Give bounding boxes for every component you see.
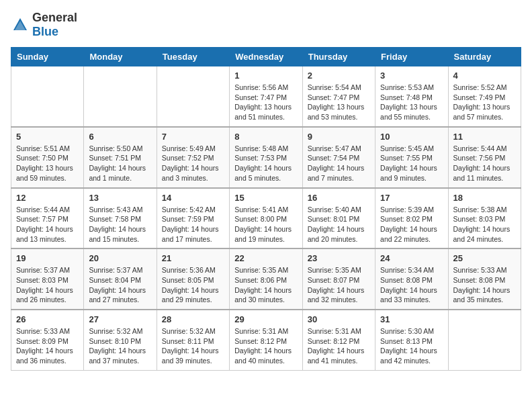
calendar-cell: 31Sunrise: 5:30 AMSunset: 8:13 PMDayligh… [375, 310, 448, 370]
day-number: 21 [162, 253, 224, 263]
calendar-cell: 1Sunrise: 5:56 AMSunset: 7:47 PMDaylight… [230, 66, 302, 127]
calendar-cell: 22Sunrise: 5:35 AMSunset: 8:06 PMDayligh… [230, 248, 302, 310]
day-number: 26 [16, 314, 79, 324]
calendar-cell: 28Sunrise: 5:32 AMSunset: 8:11 PMDayligh… [157, 310, 229, 370]
day-info-line: Daylight: 14 hours [89, 163, 151, 173]
week-row-2: 5Sunrise: 5:51 AMSunset: 7:50 PMDaylight… [11, 127, 521, 188]
calendar-cell: 29Sunrise: 5:31 AMSunset: 8:12 PMDayligh… [230, 310, 302, 370]
day-info-line: Daylight: 14 hours [162, 224, 224, 234]
day-info-line: Sunset: 8:05 PM [162, 275, 224, 285]
day-info-line: Sunset: 8:04 PM [89, 275, 151, 285]
day-info-line: Sunset: 7:59 PM [162, 214, 224, 224]
day-info-line: Daylight: 14 hours [234, 224, 297, 234]
calendar-cell: 2Sunrise: 5:54 AMSunset: 7:47 PMDaylight… [302, 66, 375, 127]
day-number: 27 [89, 314, 151, 324]
calendar-cell: 3Sunrise: 5:53 AMSunset: 7:48 PMDaylight… [375, 66, 448, 127]
calendar-cell: 26Sunrise: 5:33 AMSunset: 8:09 PMDayligh… [11, 310, 84, 370]
day-info-line: Daylight: 14 hours [380, 285, 443, 295]
calendar-cell: 30Sunrise: 5:31 AMSunset: 8:12 PMDayligh… [302, 310, 375, 370]
day-info-line: Sunset: 7:53 PM [234, 153, 297, 163]
day-info-line: Sunrise: 5:31 AM [308, 326, 370, 336]
calendar-cell: 19Sunrise: 5:37 AMSunset: 8:03 PMDayligh… [11, 248, 84, 310]
day-number: 4 [453, 71, 516, 81]
day-number: 2 [308, 71, 370, 81]
day-header-thursday: Thursday [302, 48, 375, 66]
day-info-line: Sunset: 8:03 PM [453, 214, 516, 224]
day-info-line: Sunrise: 5:49 AM [162, 144, 224, 154]
day-number: 19 [16, 253, 79, 263]
day-info-line: Daylight: 14 hours [453, 163, 516, 173]
day-info-line: Sunset: 8:03 PM [16, 275, 79, 285]
day-info-line: Daylight: 14 hours [89, 224, 151, 234]
day-info-line: Sunset: 7:58 PM [89, 214, 151, 224]
day-info-line: and 29 minutes. [162, 295, 224, 305]
day-info-line: Sunrise: 5:30 AM [380, 326, 443, 336]
day-info-line: Daylight: 14 hours [162, 163, 224, 173]
day-info-line: Sunset: 8:08 PM [453, 275, 516, 285]
calendar-cell: 9Sunrise: 5:47 AMSunset: 7:54 PMDaylight… [302, 127, 375, 188]
day-header-sunday: Sunday [11, 48, 84, 66]
day-number: 18 [453, 193, 516, 203]
day-info-line: Sunset: 8:06 PM [234, 275, 297, 285]
day-info-line: Sunrise: 5:32 AM [89, 326, 151, 336]
day-number: 15 [234, 193, 297, 203]
day-info-line: Sunrise: 5:35 AM [308, 265, 370, 275]
week-row-1: 1Sunrise: 5:56 AMSunset: 7:47 PMDaylight… [11, 66, 521, 127]
day-info-line: and 59 minutes. [16, 173, 79, 183]
day-info-line: Daylight: 14 hours [89, 285, 151, 295]
day-info-line: Daylight: 14 hours [308, 224, 370, 234]
day-info-line: Daylight: 13 hours [453, 102, 516, 112]
week-row-4: 19Sunrise: 5:37 AMSunset: 8:03 PMDayligh… [11, 248, 521, 310]
day-info-line: Sunset: 7:47 PM [234, 93, 297, 103]
day-info-line: Sunrise: 5:40 AM [308, 205, 370, 215]
day-info-line: and 5 minutes. [234, 173, 297, 183]
day-number: 20 [89, 253, 151, 263]
day-info-line: and 27 minutes. [89, 295, 151, 305]
day-header-friday: Friday [375, 48, 448, 66]
calendar-cell: 6Sunrise: 5:50 AMSunset: 7:51 PMDaylight… [84, 127, 157, 188]
day-info-line: Sunrise: 5:42 AM [162, 205, 224, 215]
day-info-line: Sunrise: 5:48 AM [234, 144, 297, 154]
day-header-saturday: Saturday [448, 48, 521, 66]
calendar-cell: 15Sunrise: 5:41 AMSunset: 8:00 PMDayligh… [230, 188, 302, 249]
day-header-tuesday: Tuesday [157, 48, 229, 66]
week-row-5: 26Sunrise: 5:33 AMSunset: 8:09 PMDayligh… [11, 310, 521, 370]
day-info-line: and 33 minutes. [380, 295, 443, 305]
day-number: 28 [162, 314, 224, 324]
day-info-line: Daylight: 14 hours [162, 285, 224, 295]
calendar-cell: 11Sunrise: 5:44 AMSunset: 7:56 PMDayligh… [448, 127, 521, 188]
day-info-line: and 36 minutes. [16, 356, 79, 366]
day-info-line: Daylight: 14 hours [380, 163, 443, 173]
calendar-cell: 12Sunrise: 5:44 AMSunset: 7:57 PMDayligh… [11, 188, 84, 249]
day-info-line: and 32 minutes. [308, 295, 370, 305]
day-number: 7 [162, 132, 224, 142]
day-info-line: Sunset: 7:50 PM [16, 153, 79, 163]
calendar-cell: 10Sunrise: 5:45 AMSunset: 7:55 PMDayligh… [375, 127, 448, 188]
day-info-line: Sunrise: 5:45 AM [380, 144, 443, 154]
calendar-cell: 4Sunrise: 5:52 AMSunset: 7:49 PMDaylight… [448, 66, 521, 127]
calendar-cell [84, 66, 157, 127]
day-info-line: Sunset: 8:11 PM [162, 336, 224, 347]
day-info-line: and 9 minutes. [380, 173, 443, 183]
day-info-line: and 17 minutes. [162, 234, 224, 244]
day-info-line: Sunset: 8:07 PM [308, 275, 370, 285]
day-info-line: and 15 minutes. [89, 234, 151, 244]
calendar-cell: 24Sunrise: 5:34 AMSunset: 8:08 PMDayligh… [375, 248, 448, 310]
day-info-line: and 3 minutes. [162, 173, 224, 183]
day-info-line: Sunset: 7:56 PM [453, 153, 516, 163]
day-number: 6 [89, 132, 151, 142]
day-info-line: Sunrise: 5:31 AM [234, 326, 297, 336]
day-info-line: Daylight: 14 hours [16, 346, 79, 356]
day-info-line: and 19 minutes. [234, 234, 297, 244]
day-number: 3 [380, 71, 443, 81]
page-header: General Blue [11, 11, 521, 39]
calendar-cell: 5Sunrise: 5:51 AMSunset: 7:50 PMDaylight… [11, 127, 84, 188]
day-info-line: Daylight: 13 hours [380, 102, 443, 112]
day-info-line: and 41 minutes. [308, 356, 370, 366]
day-info-line: Daylight: 14 hours [162, 346, 224, 356]
day-number: 8 [234, 132, 297, 142]
day-info-line: and 11 minutes. [453, 173, 516, 183]
calendar-cell: 17Sunrise: 5:39 AMSunset: 8:02 PMDayligh… [375, 188, 448, 249]
day-number: 29 [234, 314, 297, 324]
day-info-line: Daylight: 14 hours [308, 346, 370, 356]
